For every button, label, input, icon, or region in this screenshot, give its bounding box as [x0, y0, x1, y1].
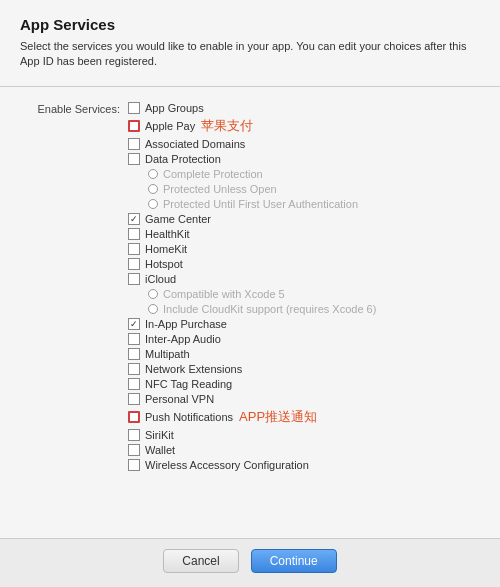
service-label-include-cloudkit: Include CloudKit support (requires Xcode…: [163, 303, 376, 315]
service-item-wireless-accessory[interactable]: Wireless Accessory Configuration: [128, 458, 480, 473]
service-label-app-groups: App Groups: [145, 102, 204, 114]
service-item-push-notifications[interactable]: Push NotificationsAPP推送通知: [128, 407, 480, 428]
service-item-icloud[interactable]: iCloud: [128, 272, 480, 287]
checkbox-hotspot[interactable]: [128, 258, 140, 270]
service-item-app-groups[interactable]: App Groups: [128, 101, 480, 116]
service-label-wallet: Wallet: [145, 444, 175, 456]
service-item-protected-unless-open[interactable]: Protected Unless Open: [128, 182, 480, 197]
annotation-apple-pay: 苹果支付: [201, 117, 253, 135]
checkbox-in-app-purchase[interactable]: [128, 318, 140, 330]
service-item-network-extensions[interactable]: Network Extensions: [128, 362, 480, 377]
service-item-associated-domains[interactable]: Associated Domains: [128, 137, 480, 152]
enable-services-row: Enable Services: App GroupsApple Pay苹果支付…: [20, 101, 480, 473]
page-title: App Services: [20, 16, 480, 33]
checkbox-network-extensions[interactable]: [128, 363, 140, 375]
service-label-game-center: Game Center: [145, 213, 211, 225]
service-label-complete-protection: Complete Protection: [163, 168, 263, 180]
checkbox-associated-domains[interactable]: [128, 138, 140, 150]
service-label-personal-vpn: Personal VPN: [145, 393, 214, 405]
service-item-hotspot[interactable]: Hotspot: [128, 257, 480, 272]
service-label-compatible-xcode5: Compatible with Xcode 5: [163, 288, 285, 300]
checkbox-multipath[interactable]: [128, 348, 140, 360]
service-label-wireless-accessory: Wireless Accessory Configuration: [145, 459, 309, 471]
checkbox-sirikit[interactable]: [128, 429, 140, 441]
service-label-healthkit: HealthKit: [145, 228, 190, 240]
checkbox-data-protection[interactable]: [128, 153, 140, 165]
service-item-include-cloudkit[interactable]: Include CloudKit support (requires Xcode…: [128, 302, 480, 317]
services-list: App GroupsApple Pay苹果支付Associated Domain…: [128, 101, 480, 473]
service-label-apple-pay: Apple Pay: [145, 120, 195, 132]
app-services-window: App Services Select the services you wou…: [0, 0, 500, 587]
checkbox-push-notifications[interactable]: [128, 411, 140, 423]
checkbox-wallet[interactable]: [128, 444, 140, 456]
service-item-multipath[interactable]: Multipath: [128, 347, 480, 362]
service-label-inter-app-audio: Inter-App Audio: [145, 333, 221, 345]
service-label-protected-until-first-auth: Protected Until First User Authenticatio…: [163, 198, 358, 210]
service-label-icloud: iCloud: [145, 273, 176, 285]
continue-button[interactable]: Continue: [251, 549, 337, 573]
service-label-hotspot: Hotspot: [145, 258, 183, 270]
checkbox-game-center[interactable]: [128, 213, 140, 225]
service-label-nfc-tag-reading: NFC Tag Reading: [145, 378, 232, 390]
service-label-homekit: HomeKit: [145, 243, 187, 255]
checkbox-homekit[interactable]: [128, 243, 140, 255]
service-item-inter-app-audio[interactable]: Inter-App Audio: [128, 332, 480, 347]
service-label-data-protection: Data Protection: [145, 153, 221, 165]
service-label-multipath: Multipath: [145, 348, 190, 360]
page-description: Select the services you would like to en…: [20, 39, 480, 70]
checkbox-apple-pay[interactable]: [128, 120, 140, 132]
divider: [0, 86, 500, 87]
service-item-wallet[interactable]: Wallet: [128, 443, 480, 458]
checkbox-app-groups[interactable]: [128, 102, 140, 114]
checkbox-inter-app-audio[interactable]: [128, 333, 140, 345]
service-item-healthkit[interactable]: HealthKit: [128, 227, 480, 242]
service-item-data-protection[interactable]: Data Protection: [128, 152, 480, 167]
service-label-protected-unless-open: Protected Unless Open: [163, 183, 277, 195]
service-item-sirikit[interactable]: SiriKit: [128, 428, 480, 443]
footer: Cancel Continue: [0, 538, 500, 587]
service-label-associated-domains: Associated Domains: [145, 138, 245, 150]
cancel-button[interactable]: Cancel: [163, 549, 238, 573]
service-item-personal-vpn[interactable]: Personal VPN: [128, 392, 480, 407]
service-item-in-app-purchase[interactable]: In-App Purchase: [128, 317, 480, 332]
service-label-sirikit: SiriKit: [145, 429, 174, 441]
checkbox-healthkit[interactable]: [128, 228, 140, 240]
radio-protected-until-first-auth[interactable]: [148, 199, 158, 209]
radio-protected-unless-open[interactable]: [148, 184, 158, 194]
service-item-game-center[interactable]: Game Center: [128, 212, 480, 227]
service-label-network-extensions: Network Extensions: [145, 363, 242, 375]
checkbox-icloud[interactable]: [128, 273, 140, 285]
service-label-push-notifications: Push Notifications: [145, 411, 233, 423]
radio-include-cloudkit[interactable]: [148, 304, 158, 314]
header: App Services Select the services you wou…: [0, 0, 500, 78]
service-item-homekit[interactable]: HomeKit: [128, 242, 480, 257]
annotation-push-notifications: APP推送通知: [239, 408, 317, 426]
checkbox-wireless-accessory[interactable]: [128, 459, 140, 471]
service-item-compatible-xcode5[interactable]: Compatible with Xcode 5: [128, 287, 480, 302]
enable-services-label: Enable Services:: [20, 101, 120, 115]
checkbox-personal-vpn[interactable]: [128, 393, 140, 405]
service-item-apple-pay[interactable]: Apple Pay苹果支付: [128, 116, 480, 137]
service-label-in-app-purchase: In-App Purchase: [145, 318, 227, 330]
service-item-protected-until-first-auth[interactable]: Protected Until First User Authenticatio…: [128, 197, 480, 212]
service-item-complete-protection[interactable]: Complete Protection: [128, 167, 480, 182]
radio-compatible-xcode5[interactable]: [148, 289, 158, 299]
content-area: Enable Services: App GroupsApple Pay苹果支付…: [0, 95, 500, 538]
radio-complete-protection[interactable]: [148, 169, 158, 179]
checkbox-nfc-tag-reading[interactable]: [128, 378, 140, 390]
service-item-nfc-tag-reading[interactable]: NFC Tag Reading: [128, 377, 480, 392]
